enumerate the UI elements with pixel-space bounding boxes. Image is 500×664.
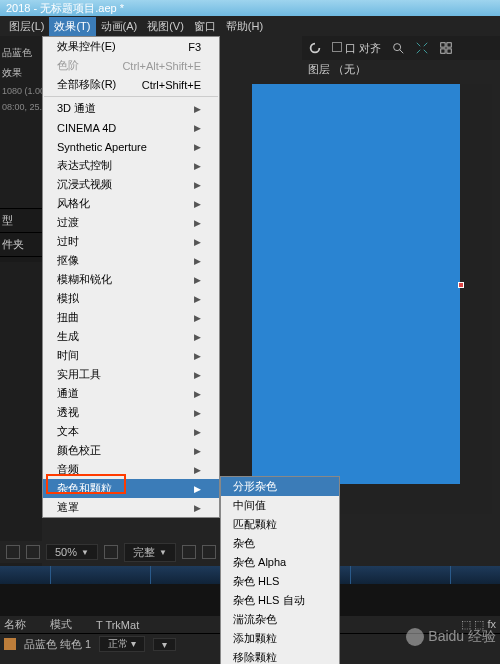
- app-menubar: 图层(L) 效果(T) 动画(A) 视图(V) 窗口 帮助(H): [0, 16, 500, 36]
- sidebar-label: 效果: [2, 66, 40, 80]
- svg-rect-1: [441, 43, 445, 47]
- submenu-item-match-grain[interactable]: 匹配颗粒: [221, 515, 339, 534]
- menu-item-time[interactable]: 时间▶: [43, 346, 219, 365]
- menu-layer[interactable]: 图层(L): [4, 17, 49, 36]
- menu-item-effect-controls[interactable]: 效果控件(E)F3: [43, 37, 219, 56]
- quality-select[interactable]: 完整▼: [124, 543, 176, 562]
- menu-item-text[interactable]: 文本▶: [43, 422, 219, 441]
- expand-icon[interactable]: [415, 41, 429, 55]
- menu-item-utility[interactable]: 实用工具▶: [43, 365, 219, 384]
- menu-window[interactable]: 窗口: [189, 17, 221, 36]
- toolbar-right: 口 对齐: [302, 36, 500, 60]
- sidebar-dur: 08:00, 25.00: [2, 102, 40, 112]
- menu-item-stylize[interactable]: 风格化▶: [43, 194, 219, 213]
- menu-item-keying[interactable]: 抠像▶: [43, 251, 219, 270]
- submenu-item-noise[interactable]: 杂色: [221, 534, 339, 553]
- menu-item-transition[interactable]: 过渡▶: [43, 213, 219, 232]
- comp-canvas[interactable]: [252, 84, 460, 484]
- snap-toggle[interactable]: 口 对齐: [332, 41, 381, 56]
- submenu-item-noise-hls-auto[interactable]: 杂色 HLS 自动: [221, 591, 339, 610]
- menu-effect[interactable]: 效果(T): [49, 17, 95, 36]
- menu-item-expression-controls[interactable]: 表达式控制▶: [43, 156, 219, 175]
- menu-item-simulation[interactable]: 模拟▶: [43, 289, 219, 308]
- zoom-select[interactable]: 50%▼: [46, 544, 98, 560]
- submenu-item-add-grain[interactable]: 添加颗粒: [221, 629, 339, 648]
- rotate-icon[interactable]: [308, 41, 322, 55]
- menu-item-3d-channel[interactable]: 3D 通道▶: [43, 99, 219, 118]
- menu-item-obsolete[interactable]: 过时▶: [43, 232, 219, 251]
- blend-mode-select[interactable]: 正常 ▾: [99, 636, 145, 652]
- col-trkmat: T TrkMat: [96, 619, 139, 631]
- menu-item-generate[interactable]: 生成▶: [43, 327, 219, 346]
- channel-toggle-icon[interactable]: [26, 545, 40, 559]
- menu-view[interactable]: 视图(V): [142, 17, 189, 36]
- menu-item-color-correction[interactable]: 颜色校正▶: [43, 441, 219, 460]
- sidebar-label: 品蓝色: [2, 46, 40, 60]
- panel-tab[interactable]: 件夹: [0, 233, 42, 257]
- svg-rect-4: [447, 49, 451, 53]
- col-mode: 模式: [50, 617, 72, 632]
- menu-item-audio[interactable]: 音频▶: [43, 460, 219, 479]
- search-icon[interactable]: [391, 41, 405, 55]
- grid-icon[interactable]: [439, 41, 453, 55]
- workspace: 品蓝色 效果 1080 (1.00) 08:00, 25.00 型 件夹 口 对…: [0, 36, 500, 664]
- menu-item-channel[interactable]: 通道▶: [43, 384, 219, 403]
- camera-icon[interactable]: [182, 545, 196, 559]
- composition-viewport[interactable]: [252, 84, 492, 514]
- window-titlebar: 2018 - 无标题项目.aep *: [0, 0, 500, 16]
- trkmat-select[interactable]: ▾: [153, 638, 176, 651]
- menu-item-perspective[interactable]: 透视▶: [43, 403, 219, 422]
- col-name: 名称: [4, 617, 26, 632]
- menu-help[interactable]: 帮助(H): [221, 17, 268, 36]
- noise-grain-submenu: 分形杂色 中间值 匹配颗粒 杂色 杂色 Alpha 杂色 HLS 杂色 HLS …: [220, 476, 340, 664]
- panel-divider: 型 件夹: [0, 208, 42, 262]
- transform-handle[interactable]: [458, 282, 464, 288]
- layer-color-swatch[interactable]: [4, 638, 16, 650]
- effects-menu: 效果控件(E)F3 色阶Ctrl+Alt+Shift+E 全部移除(R)Ctrl…: [42, 36, 220, 518]
- menu-item-matte[interactable]: 遮罩▶: [43, 498, 219, 517]
- layer-name: 品蓝色 纯色 1: [24, 637, 91, 652]
- menu-item-levels[interactable]: 色阶Ctrl+Alt+Shift+E: [43, 56, 219, 75]
- submenu-item-remove-grain[interactable]: 移除颗粒: [221, 648, 339, 664]
- submenu-item-fractal-noise[interactable]: 分形杂色: [221, 477, 339, 496]
- layer-panel-title: 图层 （无）: [302, 60, 500, 80]
- menu-item-synthetic-aperture[interactable]: Synthetic Aperture▶: [43, 137, 219, 156]
- menu-item-remove-all[interactable]: 全部移除(R)Ctrl+Shift+E: [43, 75, 219, 94]
- panel-tab[interactable]: 型: [0, 209, 42, 233]
- svg-point-0: [394, 44, 401, 51]
- svg-rect-2: [447, 43, 451, 47]
- alpha-toggle-icon[interactable]: [6, 545, 20, 559]
- grid-toggle-icon[interactable]: [202, 545, 216, 559]
- res-icon[interactable]: [104, 545, 118, 559]
- menu-item-blur-sharpen[interactable]: 模糊和锐化▶: [43, 270, 219, 289]
- submenu-item-noise-hls[interactable]: 杂色 HLS: [221, 572, 339, 591]
- submenu-item-turbulent-noise[interactable]: 湍流杂色: [221, 610, 339, 629]
- menu-item-noise-grain[interactable]: 杂色和颗粒▶: [43, 479, 219, 498]
- svg-rect-3: [441, 49, 445, 53]
- menu-animation[interactable]: 动画(A): [96, 17, 143, 36]
- submenu-item-median[interactable]: 中间值: [221, 496, 339, 515]
- submenu-item-noise-alpha[interactable]: 杂色 Alpha: [221, 553, 339, 572]
- menu-item-cinema4d[interactable]: CINEMA 4D▶: [43, 118, 219, 137]
- menu-item-distort[interactable]: 扭曲▶: [43, 308, 219, 327]
- menu-item-immersive-video[interactable]: 沉浸式视频▶: [43, 175, 219, 194]
- sidebar-res: 1080 (1.00): [2, 86, 40, 96]
